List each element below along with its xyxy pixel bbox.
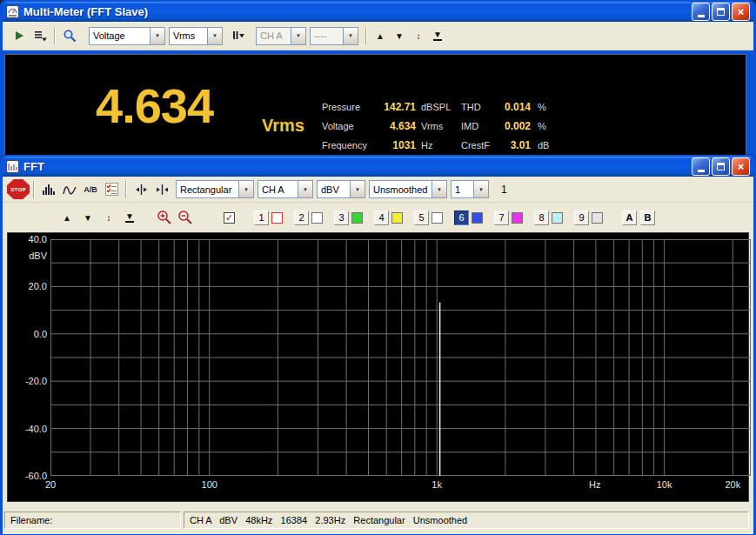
fft-channel-combo[interactable]: CH A ▼ xyxy=(258,180,313,198)
maximize-button[interactable] xyxy=(712,157,730,176)
bar-chart-icon xyxy=(42,184,56,196)
trace-button-2[interactable]: 2 xyxy=(294,211,309,225)
pan-up-button[interactable]: ▲ xyxy=(57,209,77,226)
trace-color-swatch-3[interactable] xyxy=(351,212,363,224)
fft-toolbar: STOP A/B Rectangular ▼ xyxy=(3,177,753,203)
average-value: 1 xyxy=(452,184,473,195)
close-button[interactable]: × xyxy=(732,157,750,176)
trace-a-button[interactable]: A xyxy=(622,211,637,225)
minimize-button[interactable] xyxy=(692,157,710,176)
reading-unit: % xyxy=(538,121,559,131)
scale-down-button[interactable]: ▼ xyxy=(390,27,409,44)
trace-color-swatch-2[interactable] xyxy=(311,212,323,224)
checklist-icon xyxy=(105,183,118,196)
trace-button-9[interactable]: 9 xyxy=(574,211,589,225)
trace-button-4[interactable]: 4 xyxy=(374,211,389,225)
chevron-down-icon[interactable]: ▼ xyxy=(432,181,446,197)
multimeter-window-title: Multi-Meter (FFT Slave) xyxy=(23,5,690,18)
run-button[interactable] xyxy=(9,25,30,46)
trace-color-swatch-9[interactable] xyxy=(592,212,603,224)
maximize-icon xyxy=(717,163,725,171)
compare-ab-button[interactable]: A/B xyxy=(80,179,101,200)
smoothing-combo[interactable]: Unsmoothed ▼ xyxy=(369,180,447,198)
trace-button-3[interactable]: 3 xyxy=(334,211,349,225)
multimeter-window: Multi-Meter (FFT Slave) × Voltage ▼ Vrms xyxy=(0,0,756,162)
fft-chart[interactable]: 40.020.00.0-20.0-40.0-60.0 dBV 201001k10… xyxy=(7,232,749,502)
chevron-down-icon[interactable]: ▼ xyxy=(207,28,222,44)
toolbar-separator xyxy=(125,181,127,198)
fft-titlebar[interactable]: FFT × xyxy=(3,157,753,177)
reading-unit: Vrms xyxy=(421,121,456,131)
y-axis-tick-label: -40.0 xyxy=(8,424,47,434)
multimeter-titlebar[interactable]: Multi-Meter (FFT Slave) × xyxy=(3,2,753,22)
fft-unit-value: dBV xyxy=(318,184,350,195)
view-selector-button[interactable] xyxy=(30,25,50,46)
trace-button-5[interactable]: 5 xyxy=(414,211,429,225)
reading-label: Pressure xyxy=(322,102,372,112)
zoom-button[interactable] xyxy=(59,25,80,46)
window-function-value: Rectangular xyxy=(177,184,238,195)
chevron-down-icon[interactable]: ▼ xyxy=(350,181,365,197)
close-button[interactable]: × xyxy=(732,3,750,21)
parameter-list-button[interactable] xyxy=(101,179,122,200)
trace-color-swatch-4[interactable] xyxy=(391,212,403,224)
pan-down-button[interactable]: ▼ xyxy=(77,209,98,226)
trace-color-swatch-5[interactable] xyxy=(432,212,443,224)
window-function-combo[interactable]: Rectangular ▼ xyxy=(176,180,254,198)
expand-arrows-icon: ↕ xyxy=(417,31,421,41)
zoom-in-icon xyxy=(157,210,172,225)
x-axis-tick-label: 10k xyxy=(657,479,672,490)
expand-range-button[interactable]: ↕ xyxy=(409,27,428,44)
unit-combo[interactable]: Vrms ▼ xyxy=(169,27,223,45)
main-reading-value: 4.634 xyxy=(96,77,213,134)
reading-unit: Hz xyxy=(421,140,456,150)
marker-spread-button[interactable] xyxy=(151,179,172,200)
reading-unit: % xyxy=(538,102,559,112)
reading-label: Voltage xyxy=(322,121,372,131)
trace-color-swatch-8[interactable] xyxy=(552,212,563,224)
reading-unit: dB xyxy=(538,140,559,150)
reading-value: 0.014 xyxy=(496,101,531,113)
bar-spectrum-view-button[interactable] xyxy=(38,179,59,200)
fft-unit-combo[interactable]: dBV ▼ xyxy=(317,180,365,198)
scale-up-button[interactable]: ▲ xyxy=(371,27,390,44)
readings-panel: Pressure 142.71 dBSPL THD 0.014 % Voltag… xyxy=(322,97,559,155)
chevron-down-icon[interactable]: ▼ xyxy=(298,181,312,197)
parameter-combo-value: Voltage xyxy=(90,30,150,41)
toolbar-separator xyxy=(33,181,35,198)
trace-color-swatch-7[interactable] xyxy=(512,212,523,224)
play-icon xyxy=(13,30,25,42)
parameter-combo[interactable]: Voltage ▼ xyxy=(89,27,165,45)
compress-scale-button[interactable]: ▼ xyxy=(119,209,140,226)
minimize-button[interactable] xyxy=(692,3,710,21)
zoom-out-icon xyxy=(177,210,193,225)
reading-row: Frequency 1031 Hz CrestF 3.01 dB xyxy=(322,136,559,155)
trace-color-swatch-1[interactable] xyxy=(271,212,283,224)
trace-button-1[interactable]: 1 xyxy=(254,211,269,225)
marker-to-peak-button[interactable] xyxy=(130,179,151,200)
reading-value: 1031 xyxy=(372,139,416,151)
y-axis-tick-label: 0.0 xyxy=(8,329,47,339)
compress-range-button[interactable]: ▼ xyxy=(428,27,447,44)
zoom-in-button[interactable] xyxy=(154,209,175,226)
trace-color-swatch-6[interactable] xyxy=(472,212,483,224)
chevron-down-icon[interactable]: ▼ xyxy=(150,28,164,44)
maximize-button[interactable] xyxy=(712,3,730,21)
trace-visible-checkbox[interactable]: ✓ xyxy=(224,212,235,224)
stop-button[interactable]: STOP xyxy=(7,179,30,199)
y-axis-tick-label: -60.0 xyxy=(8,471,47,481)
trace-button-6[interactable]: 6 xyxy=(454,211,469,225)
display-options-button[interactable] xyxy=(228,25,249,46)
expand-scale-button[interactable]: ↕ xyxy=(98,209,119,226)
reading-label: Frequency xyxy=(322,140,372,150)
trace-button-8[interactable]: 8 xyxy=(534,211,549,225)
trace-b-button[interactable]: B xyxy=(640,211,655,225)
chevron-down-icon[interactable]: ▼ xyxy=(238,181,253,197)
fft-plot-area[interactable] xyxy=(50,239,751,476)
trace-button-7[interactable]: 7 xyxy=(494,211,509,225)
curve-spectrum-view-button[interactable] xyxy=(59,179,80,200)
chevron-down-icon[interactable]: ▼ xyxy=(473,181,488,197)
zoom-out-button[interactable] xyxy=(175,209,196,226)
reading-value: 142.71 xyxy=(372,101,416,113)
average-combo[interactable]: 1 ▼ xyxy=(451,180,489,198)
